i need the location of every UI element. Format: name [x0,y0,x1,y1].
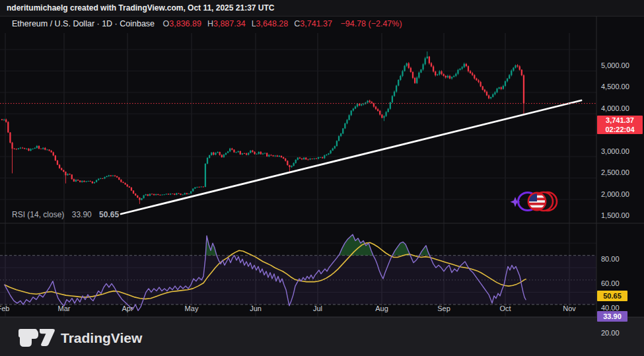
ohlc-label: L [252,19,256,28]
bottom-brand-bar: TradingView [0,317,644,356]
price-tick-label: 1,500.00 [601,211,629,219]
price-tick-label: 4,500.00 [601,83,629,90]
month-label: Jul [310,304,326,312]
ohlc-label: C [294,19,300,28]
ohlc-value: 3,836.89 [169,19,201,28]
tradingview-snapshot: nderitumichaelg created with TradingView… [0,0,644,356]
month-label: Nov [561,304,577,312]
rsi-title: RSI (14, close) [12,210,64,219]
symbol-header[interactable]: Ethereum / U.S. Dollar · 1D · Coinbase O… [12,19,402,28]
rsi-ma-badge: 50.65 [597,291,627,301]
price-tick-label: 2,500.00 [601,168,629,176]
price-tick-label: 3,000.00 [601,147,629,155]
rsi-indicator-header[interactable]: RSI (14, close) 33.90 50.65 [12,210,119,219]
ohlc-values: O3,836.89H3,887.34L3,648.28C3,741.37 [157,19,332,28]
price-tick-label: 5,000.00 [601,61,629,69]
price-tick-label: 4,000.00 [601,104,629,112]
price-tick-label: 2,000.00 [601,190,629,198]
month-label: May [184,304,199,312]
tradingview-mark-7 [40,329,55,346]
tradingview-logo[interactable]: TradingView [17,327,162,348]
symbol-title: Ethereum / U.S. Dollar · 1D · Coinbase [12,19,155,28]
rsi-value-badge: 33.90 [597,311,627,322]
flag-circles-watermark [510,186,565,215]
bar-countdown: 02:22:04 [597,125,643,135]
month-label: Jun [248,304,264,312]
last-price-badge: 3,741.37 02:22:04 [597,116,643,134]
month-label: Oct [497,304,513,312]
month-label: Feb [0,304,11,312]
chart-area[interactable]: Ethereum / U.S. Dollar · 1D · Coinbase O… [0,17,644,317]
rsi-tick-label: 20.00 [601,329,620,337]
ohlc-value: 3,887.34 [213,19,246,28]
last-price-value: 3,741.37 [597,116,643,125]
month-label: Apr [120,304,135,312]
month-label: Sep [436,304,452,312]
tradingview-wordmark: TradingView [61,330,143,345]
change-value: −94.78 (−2.47%) [340,19,402,28]
ohlc-value: 3,741.37 [300,19,332,28]
month-label: Aug [374,304,390,312]
ohlc-label: O [163,19,170,28]
chart-canvas[interactable] [0,17,644,317]
ohlc-label: H [207,19,213,28]
rsi-ma-value: 50.65 [99,210,119,219]
month-label: Mar [56,304,72,312]
rsi-tick-label: 80.00 [601,255,620,263]
attribution-bar: nderitumichaelg created with TradingView… [0,0,644,17]
ohlc-value: 3,648.28 [256,19,289,28]
rsi-value: 33.90 [72,210,92,219]
rsi-tick-label: 60.00 [601,279,620,287]
